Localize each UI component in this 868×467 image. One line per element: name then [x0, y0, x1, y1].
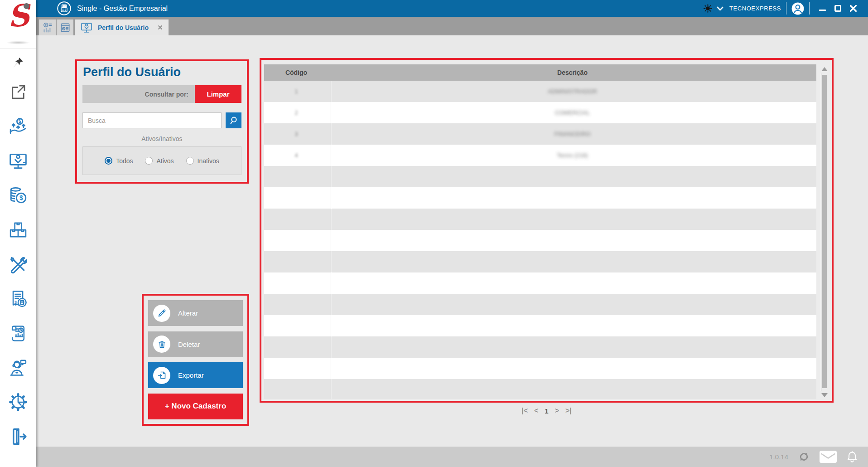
- scrollbar-track[interactable]: [821, 73, 827, 391]
- mail-icon[interactable]: [820, 451, 837, 463]
- column-header-codigo[interactable]: Código: [264, 64, 328, 81]
- sidebar-nav: $ $ $: [0, 55, 36, 461]
- scroll-up-icon[interactable]: [821, 67, 828, 71]
- sidebar-remote-access-button[interactable]: [8, 151, 29, 171]
- brand-logo: S: [0, 0, 36, 44]
- alterar-button[interactable]: Alterar: [148, 300, 243, 326]
- table-row: [264, 187, 816, 209]
- clear-button[interactable]: Limpar: [195, 85, 241, 103]
- table-row[interactable]: 3FINANCEIRO: [264, 123, 816, 145]
- tools-icon: [8, 254, 28, 274]
- sidebar-reports-button[interactable]: [8, 323, 29, 344]
- page-title: Perfil do Usuário: [83, 65, 241, 79]
- user-avatar-icon[interactable]: [791, 2, 804, 15]
- tab-label: Perfil do Usuário: [98, 24, 149, 31]
- exportar-button[interactable]: Exportar: [148, 362, 243, 388]
- table-row: [264, 230, 816, 251]
- cell-codigo: [264, 294, 328, 315]
- titlebar: Single - Gestão Empresarial TECNOEXPRESS: [36, 0, 868, 17]
- sidebar-support-button[interactable]: [8, 357, 29, 378]
- radio-todos[interactable]: Todos: [105, 157, 133, 165]
- sidebar-revenue-button[interactable]: $: [8, 116, 29, 137]
- filter-panel: Perfil do Usuário Consultar por: Limpar …: [75, 59, 249, 184]
- search-input[interactable]: [82, 112, 222, 128]
- refresh-icon[interactable]: [798, 451, 810, 463]
- cell-codigo: 2: [264, 102, 328, 123]
- sidebar-tools-button[interactable]: [8, 254, 29, 275]
- report-scroll-icon: [8, 323, 28, 343]
- column-header-descricao[interactable]: Descrição: [328, 64, 816, 81]
- table-row[interactable]: 4Tecno (218): [264, 145, 816, 166]
- account-name: TECNOEXPRESS: [729, 5, 781, 12]
- brand-shadow: [6, 41, 30, 44]
- share-icon: [9, 83, 28, 102]
- cell-descricao: FINANCEIRO: [328, 123, 816, 145]
- cell-descricao: ADMINISTRADOR: [328, 81, 816, 102]
- table-row: [264, 209, 816, 230]
- svg-text:$: $: [14, 300, 17, 305]
- version-label: 1.0.14: [769, 453, 788, 461]
- cell-descricao: [328, 379, 816, 399]
- cell-descricao: [328, 251, 816, 272]
- novo-cadastro-button[interactable]: + Novo Cadastro: [148, 394, 243, 419]
- notifications-bell-icon[interactable]: [846, 451, 858, 463]
- sidebar-divider: [0, 49, 36, 49]
- table-row[interactable]: 1ADMINISTRADOR: [264, 81, 816, 102]
- radio-label: Todos: [116, 157, 133, 165]
- table-row: [264, 336, 816, 358]
- invoice-calculator-icon: $: [8, 289, 28, 309]
- page-next-button[interactable]: >: [555, 407, 559, 415]
- app-window: Single - Gestão Empresarial TECNOEXPRESS: [0, 0, 868, 467]
- sidebar-pin-button[interactable]: [8, 55, 29, 70]
- titlebar-divider: [786, 2, 786, 15]
- cell-descricao: [328, 336, 816, 358]
- cell-descricao: Tecno (218): [328, 145, 816, 166]
- actions-panel: Alterar Deletar Exportar + Novo Cadastro: [142, 294, 249, 426]
- results-table: Código Descrição 1ADMINISTRADOR2COMERCIA…: [264, 64, 816, 399]
- scroll-down-icon[interactable]: [821, 393, 828, 397]
- tab-dashboard[interactable]: [39, 19, 56, 35]
- cell-codigo: [264, 272, 328, 294]
- pencil-icon: [153, 305, 170, 322]
- tab-perfil-do-usuario[interactable]: Perfil do Usuário: [75, 19, 169, 35]
- maximize-button[interactable]: [830, 2, 845, 15]
- cell-descricao: [328, 315, 816, 336]
- tab-schedule[interactable]: [57, 19, 73, 35]
- search-row: [82, 112, 241, 128]
- cell-descricao: [328, 166, 816, 187]
- consult-label: Consultar por:: [145, 91, 188, 98]
- app-logo-icon: [57, 1, 71, 15]
- sidebar-finance-button[interactable]: $: [8, 185, 29, 206]
- scrollbar-thumb[interactable]: [822, 75, 827, 388]
- sidebar-settings-button[interactable]: [8, 392, 29, 413]
- chevron-down-icon[interactable]: [717, 6, 723, 11]
- pagination: |< < 1 > >|: [260, 405, 834, 417]
- revenue-growth-icon: $: [8, 117, 28, 136]
- table-scrollbar[interactable]: [820, 67, 828, 397]
- radio-label: Inativos: [198, 157, 219, 165]
- table-row[interactable]: 2COMERCIAL: [264, 102, 816, 123]
- radio-inativos[interactable]: Inativos: [186, 157, 219, 165]
- search-button[interactable]: [226, 112, 241, 128]
- page-prev-button[interactable]: <: [534, 407, 538, 415]
- table-row: [264, 358, 816, 379]
- status-filter-label: Ativos/Inativos: [77, 135, 247, 142]
- table-row: [264, 251, 816, 272]
- close-button[interactable]: [845, 2, 861, 15]
- minimize-button[interactable]: [815, 2, 830, 15]
- sidebar-logout-button[interactable]: [8, 426, 29, 447]
- deletar-button[interactable]: Deletar: [148, 331, 243, 357]
- sidebar-share-button[interactable]: [8, 82, 29, 102]
- radio-ativos[interactable]: Ativos: [145, 157, 174, 165]
- page-last-button[interactable]: >|: [565, 407, 572, 415]
- sidebar-billing-button[interactable]: $: [8, 288, 29, 309]
- cell-codigo: [264, 315, 328, 336]
- sidebar-stock-button[interactable]: [8, 219, 29, 240]
- column-divider: [331, 81, 331, 399]
- results-table-panel: Código Descrição 1ADMINISTRADOR2COMERCIA…: [260, 58, 834, 403]
- cell-descricao: [328, 358, 816, 379]
- theme-toggle-button[interactable]: [703, 4, 713, 13]
- tab-close-icon[interactable]: [158, 25, 163, 30]
- radio-circle: [105, 157, 112, 165]
- page-first-button[interactable]: |<: [521, 407, 528, 415]
